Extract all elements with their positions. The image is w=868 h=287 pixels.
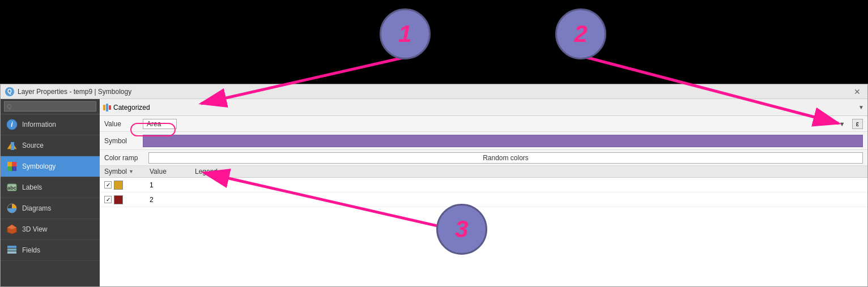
fields-icon xyxy=(6,245,18,256)
information-icon: i xyxy=(6,119,18,130)
td-value-1: 1 xyxy=(150,181,195,189)
window-title: Layer Properties - temp9 | Symbology xyxy=(18,88,131,96)
diagrams-icon xyxy=(6,203,18,214)
main-content: Categorized ▼ Value Area ▼ ε Symbol Colo… xyxy=(100,99,867,286)
title-bar: Q Layer Properties - temp9 | Symbology ✕ xyxy=(1,84,867,99)
svg-rect-4 xyxy=(7,162,12,166)
sidebar-item-3dview[interactable]: 3D View xyxy=(1,219,100,240)
value-dropdown-arrow[interactable]: ▼ xyxy=(839,121,845,127)
th-symbol: Symbol ▼ xyxy=(104,168,150,175)
checkbox-2[interactable]: ✓ xyxy=(104,196,112,203)
td-symbol-1: ✓ xyxy=(104,181,150,190)
3dview-icon xyxy=(6,224,18,235)
svg-rect-7 xyxy=(12,166,16,171)
color-swatch-1[interactable] xyxy=(114,181,123,190)
value-label: Value xyxy=(104,120,138,128)
th-legend: Legend xyxy=(195,168,863,175)
source-label: Source xyxy=(22,142,44,149)
sidebar-item-information[interactable]: i Information xyxy=(1,114,100,135)
td-symbol-2: ✓ xyxy=(104,195,150,204)
table-body: ✓ 1 ✓ 2 xyxy=(100,178,867,286)
svg-rect-14 xyxy=(7,249,16,251)
svg-rect-15 xyxy=(7,251,16,254)
color-swatch-2[interactable] xyxy=(114,195,123,204)
expression-button[interactable]: ε xyxy=(852,119,863,129)
information-label: Information xyxy=(22,121,56,128)
table-row: ✓ 2 xyxy=(100,192,867,207)
labels-label: Labels xyxy=(22,183,42,191)
symbology-label: Symbology xyxy=(22,162,56,170)
black-background xyxy=(0,0,868,84)
window-body: i Information Source xyxy=(1,99,867,286)
3dview-label: 3D View xyxy=(22,225,47,233)
th-value: Value xyxy=(150,168,195,175)
renderer-selector[interactable]: Categorized xyxy=(103,104,150,112)
symbol-label: Symbol xyxy=(104,137,138,145)
sidebar-item-labels[interactable]: abc Labels xyxy=(1,177,100,198)
color-ramp-row: Color ramp Random colors xyxy=(100,150,867,166)
symbol-preview[interactable] xyxy=(143,135,863,147)
diagrams-label: Diagrams xyxy=(22,204,51,212)
checkbox-1[interactable]: ✓ xyxy=(104,181,112,189)
sidebar-item-diagrams[interactable]: Diagrams xyxy=(1,198,100,219)
layer-properties-window: Q Layer Properties - temp9 | Symbology ✕… xyxy=(0,84,868,287)
search-bar xyxy=(1,99,100,114)
sort-arrow-symbol[interactable]: ▼ xyxy=(129,169,134,174)
fields-label: Fields xyxy=(22,246,40,254)
close-button[interactable]: ✕ xyxy=(852,87,863,96)
value-row: Value Area ▼ ε xyxy=(100,116,867,132)
labels-icon: abc xyxy=(6,182,18,193)
categorized-icon xyxy=(103,104,111,112)
svg-rect-5 xyxy=(12,162,16,166)
source-icon xyxy=(6,140,18,151)
td-value-2: 2 xyxy=(150,196,195,204)
qgis-icon: Q xyxy=(5,87,14,96)
svg-rect-13 xyxy=(7,246,16,248)
sidebar-item-source[interactable]: Source xyxy=(1,135,100,156)
color-ramp-value[interactable]: Random colors xyxy=(148,152,863,164)
sidebar-item-fields[interactable]: Fields xyxy=(1,240,100,261)
svg-text:abc: abc xyxy=(7,185,16,191)
svg-rect-6 xyxy=(7,166,12,171)
sidebar-item-symbology[interactable]: Symbology xyxy=(1,156,100,177)
table-row: ✓ 1 xyxy=(100,178,867,192)
search-input[interactable] xyxy=(4,101,96,112)
sidebar: i Information Source xyxy=(1,99,100,286)
symbology-icon xyxy=(6,161,18,172)
renderer-dropdown-arrow[interactable]: ▼ xyxy=(858,104,864,110)
renderer-row: Categorized ▼ xyxy=(100,99,867,116)
color-ramp-label: Color ramp xyxy=(104,154,144,162)
symbol-row: Symbol xyxy=(100,132,867,150)
svg-rect-3 xyxy=(11,142,14,150)
title-bar-left: Q Layer Properties - temp9 | Symbology xyxy=(5,87,131,96)
value-field[interactable]: Area xyxy=(143,119,177,129)
renderer-label: Categorized xyxy=(113,104,150,112)
table-header: Symbol ▼ Value Legend xyxy=(100,166,867,178)
